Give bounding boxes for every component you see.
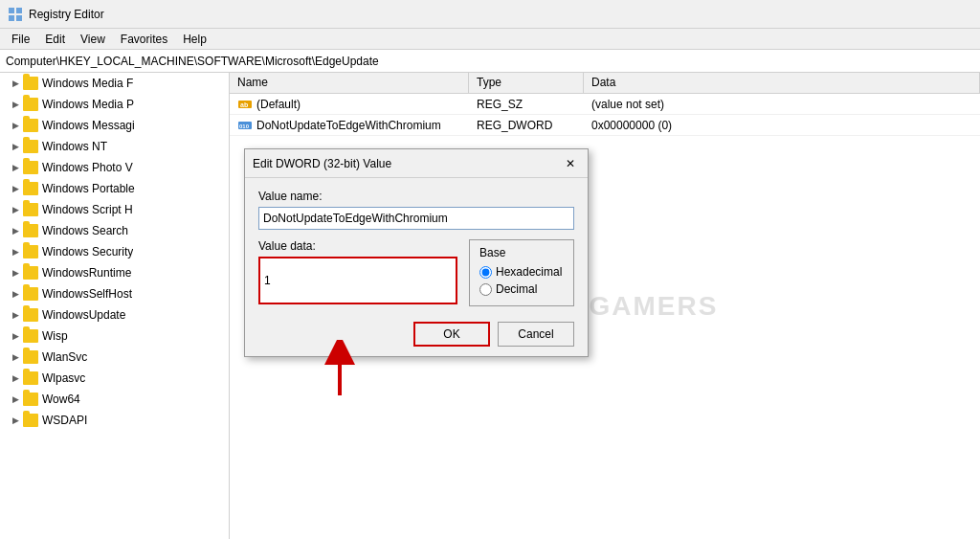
hexadecimal-label: Hexadecimal	[496, 265, 562, 279]
dialog-close-button[interactable]: ✕	[561, 154, 580, 173]
edit-dword-dialog: Edit DWORD (32-bit) Value ✕ Value name: …	[244, 148, 589, 357]
value-name-label: Value name:	[258, 190, 574, 203]
cancel-button[interactable]: Cancel	[498, 322, 574, 347]
decimal-radio[interactable]	[479, 283, 492, 296]
dialog-title: Edit DWORD (32-bit) Value	[253, 157, 391, 170]
base-section: Base Hexadecimal Decimal	[469, 239, 574, 306]
base-label: Base	[479, 246, 564, 259]
dialog-body: Value name: Value data: Base Hexadecimal…	[245, 178, 588, 356]
hexadecimal-radio-label[interactable]: Hexadecimal	[479, 265, 564, 279]
dialog-buttons: OK Cancel	[258, 318, 574, 347]
ok-button[interactable]: OK	[413, 322, 490, 347]
modal-overlay: Edit DWORD (32-bit) Value ✕ Value name: …	[0, 0, 980, 539]
decimal-label: Decimal	[496, 282, 537, 296]
value-data-wrap: Value data:	[258, 239, 457, 306]
dialog-section: Value data: Base Hexadecimal Decimal	[258, 239, 574, 306]
hexadecimal-radio[interactable]	[479, 266, 492, 279]
decimal-radio-label[interactable]: Decimal	[479, 282, 564, 296]
value-data-input[interactable]	[258, 257, 457, 304]
dialog-title-bar: Edit DWORD (32-bit) Value ✕	[245, 149, 588, 178]
value-name-input[interactable]	[258, 207, 574, 230]
value-data-label: Value data:	[258, 239, 457, 253]
